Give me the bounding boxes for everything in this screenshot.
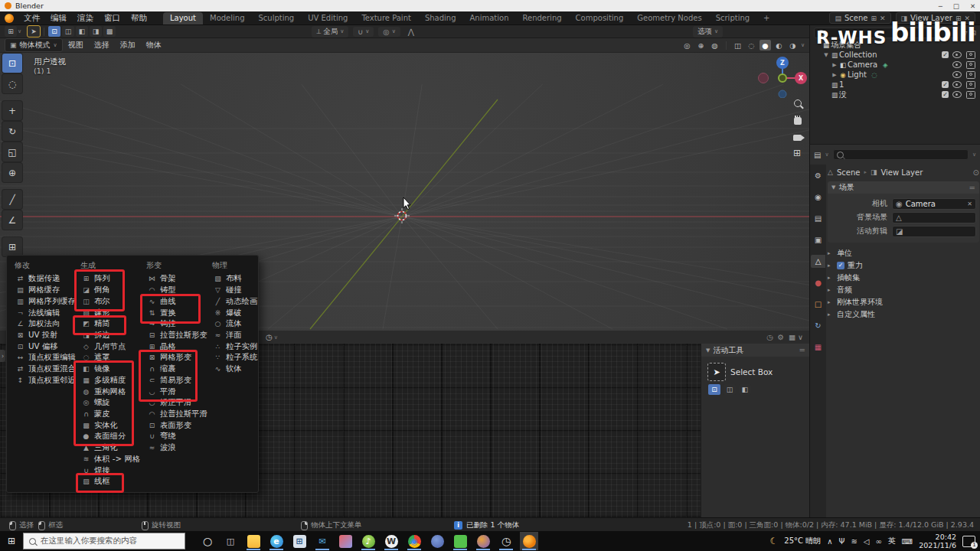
add-workspace-button[interactable]: + xyxy=(756,12,776,24)
modifier-item[interactable]: ▽碰撞 xyxy=(212,285,256,296)
modifier-item[interactable]: ▤网格缓存 xyxy=(15,285,80,296)
property-value-input[interactable]: △ xyxy=(892,212,976,223)
object-tab[interactable]: □ xyxy=(811,298,825,311)
modifier-item[interactable]: ⇅置换 xyxy=(146,307,212,318)
taskbar-clock[interactable]: 20:42 2021/11/6 xyxy=(919,533,956,549)
modifier-item[interactable]: ∿曲线 xyxy=(146,295,212,307)
modifier-item[interactable]: ≈波浪 xyxy=(146,442,212,454)
viewport-menu-item[interactable]: 添加 xyxy=(115,38,141,52)
modifier-item[interactable]: ↕顶点权重邻近 xyxy=(15,374,80,386)
add-cube-tool[interactable]: ⊞ xyxy=(2,237,22,256)
visibility-eye-icon[interactable] xyxy=(952,51,962,58)
outliner-row[interactable]: ▶◉Light◌ xyxy=(814,70,980,80)
blender-logo-icon[interactable] xyxy=(5,14,14,23)
modifier-item[interactable]: ⊠UV 投射 xyxy=(15,330,80,341)
modifier-item[interactable]: ⇄顶点权重混合 xyxy=(15,364,80,375)
task-view-icon[interactable]: ◫ xyxy=(221,532,240,550)
modifier-item[interactable]: ⇄数据传递 xyxy=(15,273,80,285)
blender-app-icon[interactable] xyxy=(520,532,538,550)
modifier-item[interactable]: ◎螺旋 xyxy=(80,397,146,409)
cursor-tool[interactable]: ◌ xyxy=(2,74,22,93)
modifier-item[interactable]: ⋈骨架 xyxy=(146,273,212,285)
touch-keyboard-icon[interactable]: ⌨ xyxy=(902,537,913,546)
speaker-icon[interactable]: ◁ xyxy=(864,537,870,546)
outliner-item-label[interactable]: Camera xyxy=(848,60,877,69)
modifier-item[interactable]: ≋体积 -> 网格 xyxy=(80,454,146,465)
rotate-tool[interactable]: ↻ xyxy=(2,122,22,141)
display-dropdown-icon[interactable]: ▦ ∨ xyxy=(789,333,803,341)
app-menu-item[interactable]: 文件 xyxy=(18,11,45,25)
outliner-item-label[interactable]: Light xyxy=(848,70,867,79)
modifier-item[interactable]: ◌遮罩 xyxy=(80,352,146,364)
outliner-row[interactable]: ▥1✓ xyxy=(814,80,980,90)
snap-dropdown[interactable]: ∪ ∨ xyxy=(353,27,374,37)
moon-icon[interactable]: ☾ xyxy=(770,536,779,546)
workspace-tab[interactable]: Sculpting xyxy=(252,12,302,24)
outliner-item-label[interactable]: 没 xyxy=(839,90,847,100)
mode-extend-icon[interactable]: ◫ xyxy=(724,384,736,395)
modifier-item[interactable]: ∵粒子系统 xyxy=(212,352,256,364)
modifier-item[interactable]: ◇几何节点 xyxy=(80,341,146,352)
properties-section-header[interactable]: ▸自定义属性 xyxy=(828,308,979,321)
shading-rendered-icon[interactable]: ◑ xyxy=(787,40,799,51)
workspace-tab[interactable]: Geometry Nodes xyxy=(630,12,708,24)
select-mode-invert-icon[interactable]: ◨ xyxy=(90,26,102,37)
shading-solid-icon[interactable]: ● xyxy=(760,40,771,51)
unlink-scene-icon[interactable]: ✕ xyxy=(880,15,886,22)
start-button[interactable]: ⊞ xyxy=(0,536,23,546)
output-tab[interactable]: ▤ xyxy=(811,212,825,225)
active-tool-row[interactable]: ➤ Select Box xyxy=(701,357,810,384)
mode-new-icon[interactable]: ⊡ xyxy=(708,384,720,395)
select-box-tool[interactable]: ⊡ xyxy=(2,54,22,73)
ghost-icon[interactable]: ◷ xyxy=(766,333,773,341)
tool-dropdown-icon[interactable]: ⊞ xyxy=(5,26,17,37)
modifier-item[interactable]: ▩实体化 xyxy=(80,419,146,431)
photos-icon[interactable] xyxy=(336,532,354,550)
modifier-item[interactable]: ◩精简 xyxy=(80,318,146,330)
minimize-button[interactable]: ─ xyxy=(939,2,942,10)
taskbar-search-input[interactable]: 在这里输入你要搜索的内容 xyxy=(23,533,185,549)
modifier-item[interactable]: ▦多级精度 xyxy=(80,374,146,386)
modifier-item[interactable]: ◠铸型 xyxy=(146,285,212,296)
modifier-item[interactable]: ▥网格序列缓存 xyxy=(15,295,80,307)
workspace-tab[interactable]: Modeling xyxy=(203,12,252,24)
select-mode-extend-icon[interactable]: ◫ xyxy=(62,26,74,37)
visibility-eye-icon[interactable] xyxy=(952,91,962,98)
xray-toggle-icon[interactable]: ◫ xyxy=(732,40,743,51)
transform-orientation-dropdown[interactable]: ⟂ 全局 ∨ xyxy=(312,26,348,37)
mode-subtract-icon[interactable]: ◧ xyxy=(739,384,751,395)
modifier-item[interactable]: ∿软体 xyxy=(212,364,256,375)
render-tab[interactable]: ◉ xyxy=(811,191,825,204)
world-tab[interactable]: ● xyxy=(811,276,825,289)
scene-selector[interactable]: ▤ Scene ⊞ ✕ xyxy=(829,12,890,24)
measure-tool[interactable]: ∠ xyxy=(2,210,22,230)
ime-indicator[interactable]: 英 xyxy=(888,536,896,546)
viewport-menu-item[interactable]: 选择 xyxy=(89,38,115,52)
modifier-item[interactable]: ●表面细分 xyxy=(80,431,146,442)
modifier-item[interactable]: ◫布尔 xyxy=(80,295,146,307)
expander-icon[interactable]: ▶ xyxy=(831,62,838,68)
music-app-icon[interactable]: ♪ xyxy=(359,532,377,550)
workspace-tab[interactable]: Layout xyxy=(163,12,203,24)
move-tool[interactable]: + xyxy=(2,101,22,120)
modifier-item[interactable]: ⊡UV 偏移 xyxy=(15,341,80,352)
workspace-tab[interactable]: Scripting xyxy=(709,12,756,24)
breadcrumb-view-layer[interactable]: View Layer xyxy=(880,168,923,177)
transform-tool[interactable]: ⊕ xyxy=(2,163,22,182)
scale-tool[interactable]: ◱ xyxy=(2,142,22,161)
workspace-tab[interactable]: Shading xyxy=(418,12,463,24)
mail-icon[interactable]: ✉ xyxy=(313,532,332,550)
modifier-item[interactable]: ∴粒子实例 xyxy=(212,341,256,352)
sidebar-collapse-handle[interactable]: › xyxy=(0,350,5,362)
render-visibility-icon[interactable] xyxy=(966,71,975,79)
scene-tab[interactable]: △ xyxy=(811,255,825,268)
active-tool-icon[interactable]: ➤ xyxy=(28,26,40,37)
tool-tab[interactable]: ⚙ xyxy=(811,169,825,182)
overlays-toggle-icon[interactable]: ◍ xyxy=(709,40,720,51)
camera-view-icon[interactable] xyxy=(790,131,804,145)
modifier-item[interactable]: ⊞晶格 xyxy=(146,341,212,352)
tool-dropdown-caret[interactable]: ∨ xyxy=(18,28,21,34)
pan-hand-icon[interactable] xyxy=(791,114,805,128)
store-icon[interactable]: ⊞ xyxy=(290,532,309,550)
falloff-icon[interactable]: ⋀ xyxy=(408,28,414,36)
